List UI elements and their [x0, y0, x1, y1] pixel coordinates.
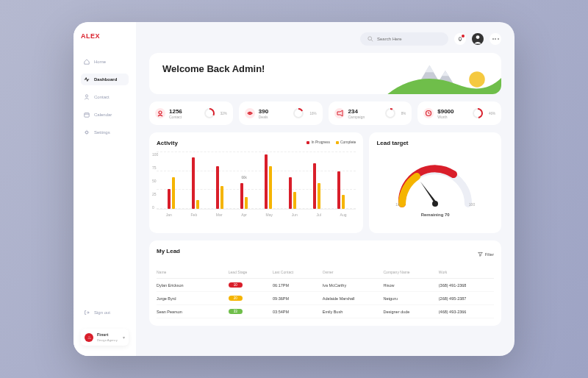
cell-last: 03:54PM — [273, 310, 323, 314]
stat-value: $9000 — [437, 108, 453, 115]
stat-card[interactable]: 1256Contact 32% — [149, 101, 233, 125]
x-tick: Feb — [191, 213, 198, 217]
workspace-switcher[interactable]: ♨ Finsrt Design Agency ▾ — [81, 329, 129, 346]
stat-pct: 46% — [489, 112, 495, 115]
bar-group[interactable] — [337, 171, 345, 209]
cell-work: (468) 493-2366 — [439, 310, 494, 314]
activity-card: Activity In Progress Complete 1007550250… — [149, 132, 363, 233]
x-tick: Apr — [241, 213, 247, 217]
x-tick: Mar — [216, 213, 223, 217]
app-shell: ALEX Home Dashboard Contact Calendar Set… — [74, 22, 514, 356]
chevron-down-icon: ▾ — [123, 335, 125, 340]
hero-illustration — [326, 53, 502, 94]
table-row[interactable]: Jorge Byrd 20 09:36PM Adelaide Marshall … — [157, 292, 494, 305]
stat-card[interactable]: 234Campaign 8% — [329, 101, 412, 125]
bar-group[interactable] — [168, 177, 175, 209]
col-name: Name — [157, 270, 229, 274]
svg-point-2 — [85, 131, 87, 133]
x-tick: Jan — [166, 213, 172, 217]
bar-group[interactable] — [313, 163, 320, 209]
stat-icon — [245, 108, 255, 118]
target-title: Lead target — [376, 140, 494, 146]
stat-ring — [384, 107, 396, 119]
bar-inprogress — [289, 177, 292, 209]
cell-owner: Adelaide Marshall — [323, 296, 384, 301]
workspace-sub: Design Agency — [97, 338, 118, 342]
stat-ring — [204, 107, 215, 119]
nav-label: Calendar — [94, 113, 112, 117]
more-button[interactable] — [490, 33, 501, 45]
bar-inprogress — [265, 154, 268, 209]
bar-group[interactable]: 66k — [240, 183, 248, 209]
filter-label: Filter — [485, 252, 494, 257]
stat-card[interactable]: 390Deals 16% — [239, 101, 323, 125]
bar-group[interactable] — [192, 157, 199, 209]
table-row[interactable]: Sean Pearson 33 03:54PM Emily Bush Desig… — [157, 305, 494, 318]
nav-dashboard[interactable]: Dashboard — [81, 74, 129, 85]
legend: In Progress Complete — [306, 140, 356, 144]
bar-tooltip: 66k — [242, 176, 247, 179]
legend-a: In Progress — [311, 140, 330, 144]
x-tick: Aug — [340, 213, 347, 217]
bar-complete — [172, 177, 175, 209]
x-tick: Jun — [292, 213, 298, 217]
stat-row: 1256Contact 32% 390Deals 16% 234Campaign… — [149, 101, 501, 125]
nav-calendar[interactable]: Calendar — [81, 109, 129, 121]
signout-button[interactable]: Sign out — [81, 307, 129, 318]
calendar-icon — [84, 112, 90, 118]
svg-marker-15 — [420, 182, 437, 204]
avatar[interactable] — [472, 33, 484, 45]
bar-complete — [318, 183, 320, 209]
bar-group[interactable] — [265, 154, 272, 209]
bar-complete — [245, 197, 248, 209]
main-panel: Welcome Back Admin! 1256Contact 32% 390D… — [136, 22, 514, 356]
y-axis: 1007550250 — [152, 152, 158, 210]
nav-home[interactable]: Home — [81, 56, 129, 68]
table-header: Name Lead Stage Last Contact Owner Compa… — [157, 266, 494, 279]
stat-card[interactable]: $9000Worth 46% — [417, 101, 501, 125]
cell-work: (268) 495-2387 — [439, 296, 494, 301]
nav-contact[interactable]: Contact — [81, 91, 129, 103]
search-box[interactable] — [360, 32, 448, 46]
x-tick: Jul — [316, 213, 320, 217]
svg-rect-1 — [85, 113, 89, 118]
cell-owner: Iva McCarthy — [323, 283, 384, 288]
bar-group[interactable] — [216, 166, 223, 210]
svg-point-3 — [368, 37, 372, 40]
svg-point-10 — [386, 109, 395, 118]
bar-inprogress — [313, 163, 316, 209]
stage-pill: 33 — [229, 309, 243, 314]
gauge-scale: 10 100 — [391, 202, 479, 207]
nav-settings[interactable]: Settings — [81, 126, 129, 138]
brand-logo[interactable]: ALEX — [81, 32, 129, 40]
table-row[interactable]: Dylan Erickson 10 06:17PM Iva McCarthy H… — [157, 279, 494, 292]
bar-inprogress — [337, 171, 340, 209]
stage-pill: 20 — [229, 296, 243, 301]
bar-complete — [342, 195, 345, 210]
svg-point-7 — [249, 113, 251, 114]
gear-icon — [84, 129, 90, 135]
bar-group[interactable] — [289, 177, 296, 209]
gauge: 10 100 — [391, 152, 479, 211]
stat-label: Contact — [169, 115, 182, 119]
col-stage: Lead Stage — [229, 270, 273, 274]
stat-ring — [293, 107, 304, 119]
filter-button[interactable]: Filter — [478, 252, 494, 257]
workspace-text: Finsrt Design Agency — [97, 332, 118, 342]
svg-point-0 — [85, 95, 87, 97]
col-work: Work — [439, 270, 494, 274]
flame-icon: ♨ — [85, 333, 93, 342]
search-input[interactable] — [377, 37, 441, 41]
bar-inprogress — [216, 166, 219, 210]
bar-inprogress — [168, 189, 171, 209]
activity-icon — [84, 76, 90, 82]
stat-value: 234 — [348, 108, 365, 115]
notification-button[interactable] — [454, 33, 466, 45]
gauge-min: 10 — [395, 202, 400, 207]
bar-inprogress — [192, 157, 195, 209]
cell-name: Jorge Byrd — [157, 296, 229, 301]
stage-pill: 10 — [229, 282, 243, 288]
nav-label: Contact — [94, 95, 110, 99]
signout-label: Sign out — [94, 310, 110, 315]
x-axis: JanFebMarAprMayJunJulAug — [157, 213, 356, 217]
